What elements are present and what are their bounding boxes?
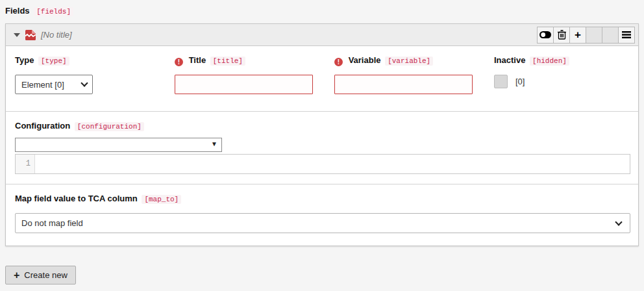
add-button[interactable]: + [569,27,586,44]
title-input[interactable] [175,75,313,94]
inactive-checkbox-value: [0] [515,77,525,86]
inactive-label-row: Inactive [hidden] [494,55,569,66]
configuration-tag: [configuration] [75,122,144,131]
required-icon: ! [175,58,183,66]
map-to-tag: [map_to] [142,195,181,204]
variable-label: Variable [349,55,381,65]
configuration-section: Configuration [configuration] ▼ 1 [6,112,638,184]
drag-handle-icon [622,31,631,38]
variable-tag: [variable] [385,57,433,66]
header-button-group: + [537,27,635,44]
configuration-code-editor[interactable]: 1 [15,154,630,174]
title-label-row: ! Title [title] [175,55,334,66]
move-down-button-disabled [602,27,619,44]
variable-input[interactable] [334,75,473,94]
configuration-label: Configuration [15,121,70,131]
variable-field-group: ! Variable [variable] [334,55,494,94]
editor-content[interactable] [35,155,630,173]
fields-section-label: Fields [fields] [5,5,639,18]
trash-icon [558,30,566,40]
fields-tag: [fields] [34,7,73,16]
enable-toggle-button[interactable] [537,27,554,44]
title-tag: [title] [210,57,245,66]
drag-handle[interactable] [618,27,635,44]
type-label: Type [15,55,34,65]
move-up-button-disabled [586,27,602,44]
map-to-label-row: Map field value to TCA column [map_to] [15,194,629,205]
collapse-caret-icon[interactable] [14,33,20,37]
title-field-group: ! Title [title] [175,55,334,94]
plus-icon: + [575,29,581,40]
type-tag: [type] [38,57,69,66]
inactive-label: Inactive [494,55,525,65]
map-to-label: Map field value to TCA column [15,194,138,203]
variable-label-row: ! Variable [variable] [334,55,494,66]
toggle-icon [539,31,551,38]
inactive-checkbox[interactable] [494,75,508,88]
create-new-button[interactable]: + Create new [5,266,76,285]
inactive-field-group: Inactive [hidden] [0] [494,55,569,94]
field-panel: [No title] [5,23,639,246]
element-title: [No title] [41,30,72,40]
title-label: Title [189,55,206,65]
editor-line-number: 1 [16,155,35,173]
delete-button[interactable] [553,27,570,44]
required-icon: ! [334,58,343,66]
general-fields-section: Type [type] Element [0] ! Title [tit [6,46,638,111]
flexform-element-icon [25,30,36,40]
configuration-preset-select[interactable] [15,138,222,152]
type-field-group: Type [type] Element [0] [15,55,175,94]
plus-icon: + [14,270,19,281]
field-panel-header[interactable]: [No title] [6,24,638,46]
inactive-tag: [hidden] [530,57,569,66]
map-to-section: Map field value to TCA column [map_to] D… [6,184,638,246]
type-select[interactable]: Element [0] [15,75,93,94]
fields-label: Fields [5,6,30,16]
flexform-fields-module: Fields [fields] [No title] [0,0,644,291]
map-to-select[interactable]: Do not map field [15,213,630,233]
configuration-label-row: Configuration [configuration] [15,121,629,132]
type-label-row: Type [type] [15,55,175,66]
create-new-label: Create new [24,270,67,280]
